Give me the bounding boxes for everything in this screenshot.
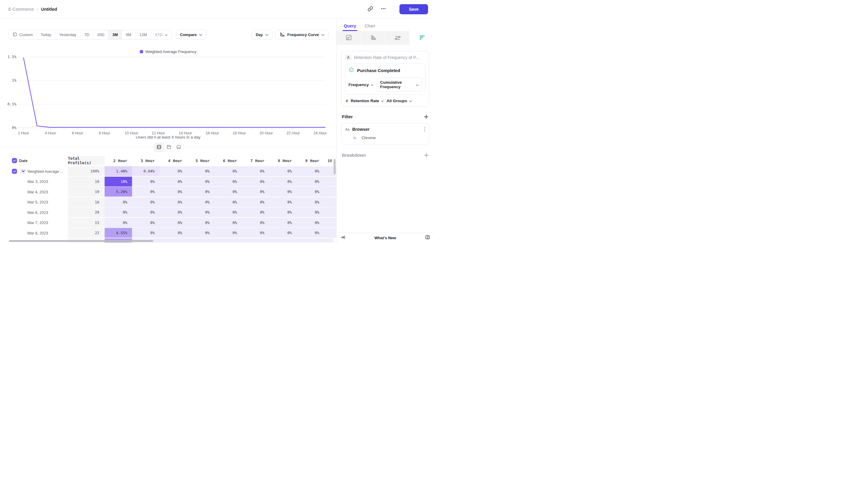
range-yesterday[interactable]: Yesterday (56, 30, 81, 39)
filter-property-name[interactable]: Browser (352, 127, 422, 132)
row-label: Mar 3, 2023 (27, 179, 48, 184)
value-cell: 0% (159, 228, 187, 238)
tab-retention-chart[interactable] (410, 31, 434, 45)
value-cell: 4.55% (104, 228, 132, 238)
value-cell: 0% (132, 207, 159, 217)
table-row[interactable]: Mar 8, 2023224.55%0%0%0%0%0%0%0% (8, 228, 333, 238)
results-table: DateTotal Profile(s)2 Hour3 Hour4 Hour5 … (8, 156, 333, 243)
value-cell: 0% (159, 166, 187, 176)
table-row[interactable]: Mar 6, 2023200%0%0%0%0%0%0%0% (8, 207, 333, 217)
granularity-dropdown[interactable]: Day (252, 30, 273, 40)
copy-link-button[interactable] (365, 4, 375, 14)
column-header-label: Date (19, 159, 27, 163)
row-checkbox[interactable] (12, 169, 17, 174)
layout-toggle-group (154, 143, 184, 152)
value-cell: 0% (159, 177, 187, 187)
range-6m[interactable]: 6M (122, 30, 135, 39)
report-title[interactable]: Untitled (41, 7, 57, 11)
step-title[interactable]: Retention Rate of Frequency of P... (354, 55, 419, 60)
chart-view-dropdown[interactable]: Frequency Curve (275, 30, 329, 40)
table-row[interactable]: Mar 5, 2023160%0%0%0%0%0%0%0% (8, 197, 333, 207)
query-step-card: A Retention Rate of Frequency of P... Pu… (341, 51, 429, 107)
horizontal-scrollbar[interactable] (9, 240, 153, 242)
value-cell: 0% (269, 166, 297, 176)
layout-table-only-button[interactable] (174, 143, 183, 152)
breadcrumb: E-Commerce / Untitled (8, 7, 57, 11)
layout-chart-only-button[interactable] (164, 143, 174, 152)
value-cell: 0% (269, 177, 297, 187)
value-cell: 0% (132, 228, 159, 238)
tab-bar-chart[interactable] (361, 31, 385, 45)
link-icon (368, 6, 373, 12)
save-button[interactable]: Save (399, 4, 428, 14)
table-row[interactable]: Mar 7, 2023150%0%0%0%0%0%0%0% (8, 218, 333, 228)
total-profiles-cell: 19 (68, 187, 104, 197)
value-cell (187, 238, 214, 243)
value-cell: 0% (159, 187, 187, 197)
value-cell: 0% (242, 187, 269, 197)
add-filter-button[interactable] (424, 115, 429, 119)
value-cell (324, 218, 336, 228)
compare-button[interactable]: Compare (176, 30, 206, 40)
insights-chart-icon (345, 34, 352, 42)
value-cell: 0% (242, 197, 269, 207)
tab-insights-chart[interactable] (337, 31, 361, 45)
table-row[interactable]: Weighted Average ...100%1.48%0.04%0%0%0%… (8, 166, 333, 176)
x-tick-label: 22 Hour (282, 131, 304, 135)
x-tick-label: 24 Hour (309, 131, 331, 135)
range-12m[interactable]: 12M (135, 30, 151, 39)
value-cell: 0% (214, 187, 242, 197)
value-cell (214, 238, 242, 243)
groups-dropdown[interactable]: All Groups (386, 99, 412, 103)
tab-flows-chart[interactable] (385, 31, 410, 45)
total-column-header: Total Profile(s) (68, 156, 104, 165)
range-today[interactable]: Today (37, 30, 56, 39)
table-row[interactable]: Mar 4, 2023195.26%0%0%0%0%0%0%0% (8, 187, 333, 197)
chevron-down-icon (409, 99, 412, 103)
range-3m[interactable]: 3M (108, 30, 122, 39)
filter-operator[interactable]: Is (353, 135, 356, 140)
add-breakdown-button[interactable] (424, 153, 429, 158)
chevron-down-icon (381, 99, 384, 103)
frequency-type-dropdown[interactable]: Cumulative Frequency (376, 78, 422, 92)
layout-split-button[interactable] (154, 143, 164, 152)
range-30d[interactable]: 30D (93, 30, 108, 39)
total-profiles-cell: 100% (68, 166, 104, 176)
row-expander-chevron-icon[interactable] (20, 168, 26, 174)
tab-query[interactable]: Query (344, 24, 356, 31)
value-cell: 5.26% (104, 187, 132, 197)
calendar-icon (12, 32, 17, 37)
total-profiles-cell: 16 (68, 197, 104, 207)
value-cell (297, 238, 324, 243)
value-cell: 0% (104, 218, 132, 228)
event-selector[interactable]: Purchase Completed (348, 67, 422, 74)
vertical-scrollbar[interactable] (334, 159, 336, 174)
ellipsis-icon (381, 6, 386, 12)
range-custom[interactable]: Custom (9, 30, 37, 39)
collapse-panel-button[interactable] (340, 235, 345, 241)
select-all-checkbox[interactable] (12, 158, 17, 163)
more-options-button[interactable] (378, 4, 389, 14)
table-row[interactable]: Mar 3, 20231010%0%0%0%0%0%0%0% (8, 177, 333, 187)
query-controls-row: CustomTodayYesterday7D30D3M6M12MXTD Comp… (8, 30, 329, 40)
breadcrumb-project[interactable]: E-Commerce (8, 7, 34, 11)
top-bar: E-Commerce / Untitled Save (0, 0, 434, 19)
value-cell (324, 177, 336, 187)
range-7d[interactable]: 7D (81, 30, 94, 39)
panel-tabs: Query Chart (337, 19, 434, 31)
chevron-down-icon (199, 32, 202, 37)
measure-dropdown[interactable]: Retention Rate (351, 99, 384, 103)
row-label: Mar 7, 2023 (27, 221, 48, 225)
bar-chart-icon (370, 34, 376, 42)
tab-chart[interactable]: Chart (365, 24, 375, 31)
filter-kebab-menu[interactable] (424, 127, 425, 132)
event-name: Purchase Completed (357, 68, 400, 73)
toggle-panel-button[interactable] (425, 235, 430, 241)
filter-value[interactable]: Chrome (362, 135, 376, 140)
frequency-dropdown[interactable]: Frequency (348, 83, 373, 87)
whats-new-link[interactable]: What's New (345, 236, 425, 240)
filter-section-label: Filter (342, 114, 353, 119)
layout-split-icon (156, 144, 161, 151)
range-xtd[interactable]: XTD (151, 30, 172, 39)
chevron-down-icon (371, 83, 373, 87)
